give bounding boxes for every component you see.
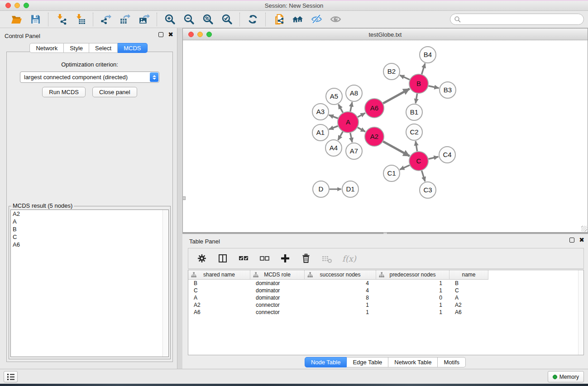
column-header-name[interactable]: name [449,270,488,280]
node-A2[interactable]: A2 [365,127,384,146]
task-history-button[interactable] [4,371,18,382]
node-B2[interactable]: B2 [383,63,400,80]
result-list-item[interactable]: A2 [11,210,168,218]
column-header-predecessor-nodes[interactable]: predecessor nodes [376,270,449,280]
table-row[interactable]: A6connector11A6 [188,309,583,316]
search-input[interactable] [461,15,583,24]
edge-A-A1[interactable] [329,126,338,129]
table-settings-button[interactable] [196,253,207,264]
node-B3[interactable]: B3 [440,82,456,98]
node-A1[interactable]: A1 [312,124,329,141]
edge-A-A5[interactable] [339,105,343,113]
node-A4[interactable]: A4 [325,140,342,156]
node-C1[interactable]: C1 [383,165,400,181]
node-C[interactable]: C [409,152,428,171]
edge-A-A4[interactable] [338,132,343,140]
zoom-fit-button[interactable] [201,13,214,26]
node-B[interactable]: B [409,74,428,93]
node-A8[interactable]: A8 [346,85,362,101]
hide-selected-button[interactable] [310,13,323,26]
node-D1[interactable]: D1 [342,181,359,197]
close-panel-button[interactable]: Close panel [92,87,137,97]
float-panel-icon[interactable] [158,32,163,37]
edge-C-C2[interactable] [416,141,417,152]
node-table[interactable]: shared nameMCDS rolesuccessor nodesprede… [188,270,584,355]
node-B4[interactable]: B4 [420,47,436,63]
node-A6[interactable]: A6 [365,99,384,118]
tab-network-table[interactable]: Network Table [388,357,438,367]
edge-A-A3[interactable] [329,115,338,118]
refresh-layout-button[interactable] [246,13,259,26]
edge-B-B4[interactable] [422,63,425,74]
close-table-panel-icon[interactable]: ✖ [579,238,584,243]
zoom-out-button[interactable] [182,13,195,26]
table-scrollbar[interactable] [578,270,583,355]
table-row[interactable]: Cdominator41C [188,287,583,294]
node-A[interactable]: A [338,112,359,133]
open-file-button[interactable] [10,13,23,26]
clone-network-button[interactable] [272,13,285,26]
search-box[interactable] [450,14,584,25]
node-A5[interactable]: A5 [326,88,342,105]
edge-B-B1[interactable] [416,94,417,104]
result-list-item[interactable]: A [11,218,168,225]
zoom-in-button[interactable] [163,13,176,26]
tab-network[interactable]: Network [29,43,64,53]
edge-B-B3[interactable] [429,86,439,88]
result-list-scrollbar[interactable] [163,210,168,357]
run-mcds-button[interactable]: Run MCDS [42,87,86,97]
close-panel-icon[interactable]: ✖ [168,32,173,37]
edge-C-C3[interactable] [422,171,425,181]
memory-button[interactable]: Memory [548,371,584,382]
unselect-all-columns-button[interactable] [259,253,270,264]
table-row[interactable]: Adominator80A [188,294,583,301]
export-table-button[interactable] [119,13,131,26]
zoom-selected-button[interactable] [220,13,233,26]
network-canvas[interactable]: AA1A2A3A4A5A6A7A8BB1B2B3B4CC1C2C3C4DD1 [183,41,588,232]
node-C2[interactable]: C2 [406,124,422,140]
edge-A2-C[interactable] [383,142,410,156]
first-neighbors-button[interactable] [291,13,304,26]
tab-style[interactable]: Style [64,43,89,53]
node-C4[interactable]: C4 [439,147,455,163]
save-session-button[interactable] [29,13,42,26]
splitter-grip-vertical[interactable] [182,196,186,200]
tab-node-table[interactable]: Node Table [305,357,347,367]
import-network-button[interactable] [55,13,67,26]
show-all-button[interactable] [329,13,342,26]
column-header-successor-nodes[interactable]: successor nodes [305,270,376,280]
edge-C-C4[interactable] [429,157,439,159]
edge-A-A6[interactable] [358,113,365,117]
mcds-result-list[interactable]: A2ABCA6 [10,210,169,357]
column-header-shared-name[interactable]: shared name [188,270,250,280]
select-all-columns-button[interactable] [238,253,249,264]
node-B1[interactable]: B1 [406,104,422,120]
network-window-titlebar[interactable]: testGlobe.txt [183,29,588,40]
table-row[interactable]: A2connector11A2 [188,301,583,309]
tab-mcds[interactable]: MCDS [118,43,147,53]
import-table-button[interactable] [74,13,86,26]
result-list-item[interactable]: A6 [11,241,168,248]
edge-B-B2[interactable] [400,75,410,80]
delete-column-button[interactable] [301,253,311,264]
result-list-item[interactable]: B [11,225,168,233]
edge-A-A8[interactable] [350,102,352,112]
tab-select[interactable]: Select [89,43,118,53]
edge-A-A7[interactable] [350,133,352,143]
window-resize-grip[interactable] [581,226,587,232]
tab-motifs[interactable]: Motifs [438,357,466,367]
toggle-columns-button[interactable] [217,253,228,264]
edge-A-A2[interactable] [358,128,365,132]
column-header-MCDS-role[interactable]: MCDS role [250,270,305,280]
node-C3[interactable]: C3 [420,182,436,198]
add-column-button[interactable] [280,253,291,264]
node-D[interactable]: D [313,181,329,197]
node-A7[interactable]: A7 [346,143,362,159]
export-network-button[interactable] [100,13,112,26]
result-list-item[interactable]: C [11,233,168,241]
tab-edge-table[interactable]: Edge Table [347,357,388,367]
export-image-button[interactable] [138,13,150,26]
criterion-select[interactable]: largest connected component (directed) [20,71,159,83]
node-A3[interactable]: A3 [312,104,329,120]
edge-C-C1[interactable] [400,165,410,170]
